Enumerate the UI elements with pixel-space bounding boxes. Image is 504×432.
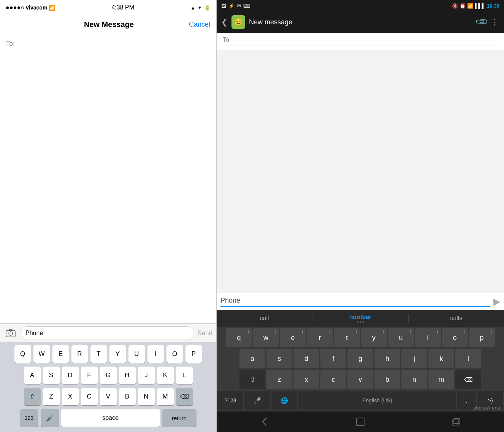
ios-dot-5 xyxy=(21,6,24,9)
key-q[interactable]: Q xyxy=(14,345,31,363)
android-key-c[interactable]: c xyxy=(320,370,346,389)
key-u[interactable]: U xyxy=(128,345,145,363)
android-attach-button[interactable]: 📎 xyxy=(475,15,489,29)
key-h[interactable]: H xyxy=(119,367,136,384)
android-key-e[interactable]: 3e xyxy=(280,328,306,347)
key-v[interactable]: V xyxy=(100,388,117,405)
android-key-n[interactable]: n xyxy=(401,370,427,389)
android-key-f[interactable]: f xyxy=(320,349,346,368)
android-status-bar: 🖼 ⚡ ✉ ⌨ 🔇 ⏰ 📶 ▌▌▌ 19:39 xyxy=(217,0,504,11)
android-nav-home[interactable] xyxy=(349,414,372,429)
svg-rect-2 xyxy=(9,329,12,331)
ios-space-key[interactable]: space xyxy=(61,409,160,427)
key-k[interactable]: K xyxy=(157,367,174,384)
key-m[interactable]: M xyxy=(157,388,174,405)
key-s[interactable]: S xyxy=(43,367,60,384)
key-d[interactable]: D xyxy=(62,367,79,384)
key-o[interactable]: O xyxy=(166,345,183,363)
android-key-row-1: 1q 2w 3e 4r 5t 6y 7u 8i 9o 0p xyxy=(217,328,503,347)
ios-key-row-3: ⇧ Z X C V B N M ⌫ xyxy=(2,388,215,405)
android-nav-recents[interactable] xyxy=(445,414,468,429)
key-b[interactable]: B xyxy=(119,388,136,405)
android-key-m[interactable]: m xyxy=(428,370,454,389)
android-globe-key[interactable]: 🌐 xyxy=(271,391,297,410)
key-n[interactable]: N xyxy=(138,388,155,405)
key-l[interactable]: L xyxy=(176,367,193,384)
android-send-button[interactable]: ▶ xyxy=(493,296,500,307)
android-kbd-icon: ⌨ xyxy=(243,3,250,9)
android-key-row-bottom: ?123 🎤 🌐 English (US) . :-) xyxy=(217,391,503,410)
android-key-y[interactable]: 6y xyxy=(361,328,387,347)
android-key-l[interactable]: l xyxy=(455,349,481,368)
android-key-p[interactable]: 0p xyxy=(469,328,495,347)
ios-camera-button[interactable] xyxy=(4,326,17,340)
android-batt-icon: 19:39 xyxy=(487,3,499,9)
key-z[interactable]: Z xyxy=(43,388,60,405)
android-key-r[interactable]: 4r xyxy=(307,328,333,347)
key-y[interactable]: Y xyxy=(109,345,126,363)
ios-message-input[interactable] xyxy=(21,326,194,340)
key-t[interactable]: T xyxy=(90,345,107,363)
android-key-w[interactable]: 2w xyxy=(253,328,279,347)
android-autocomplete-number[interactable]: number xyxy=(312,314,408,323)
svg-rect-4 xyxy=(454,418,460,424)
android-keyboard: 1q 2w 3e 4r 5t 6y 7u 8i 9o 0p a s d f g … xyxy=(217,327,504,411)
android-key-s[interactable]: s xyxy=(266,349,292,368)
key-c[interactable]: C xyxy=(81,388,98,405)
ios-shift-key[interactable]: ⇧ xyxy=(24,388,41,405)
android-space-key[interactable]: English (US) xyxy=(298,391,456,410)
ios-status-bar: Vivacom 📶 4:38 PM ▲ ✦ 🔋 xyxy=(0,0,216,15)
android-key-d[interactable]: d xyxy=(293,349,319,368)
android-key-q[interactable]: 1q xyxy=(226,328,252,347)
ios-nav-title: New Message xyxy=(84,20,134,29)
key-i[interactable]: I xyxy=(147,345,164,363)
android-autocomplete-calls[interactable]: calls xyxy=(409,315,504,322)
ios-mic-key[interactable]: 🎤 xyxy=(41,409,59,427)
key-e[interactable]: E xyxy=(52,345,69,363)
android-key-k[interactable]: k xyxy=(428,349,454,368)
android-key-o[interactable]: 9o xyxy=(442,328,468,347)
android-mail-icon: ✉ xyxy=(237,3,241,9)
android-key-j[interactable]: j xyxy=(401,349,427,368)
key-g[interactable]: G xyxy=(100,367,117,384)
key-j[interactable]: J xyxy=(138,367,155,384)
key-a[interactable]: A xyxy=(24,367,41,384)
android-app-icon-emoji: 😊 xyxy=(234,18,242,26)
ios-to-input[interactable] xyxy=(18,40,210,48)
key-r[interactable]: R xyxy=(71,345,88,363)
android-key-i[interactable]: 8i xyxy=(415,328,441,347)
ios-status-right: ▲ ✦ 🔋 xyxy=(190,5,210,11)
android-delete-key[interactable]: ⌫ xyxy=(455,370,481,389)
svg-rect-5 xyxy=(452,420,458,425)
android-key-v[interactable]: v xyxy=(347,370,373,389)
key-f[interactable]: F xyxy=(81,367,98,384)
ios-send-button[interactable]: Send xyxy=(197,329,212,337)
ios-key-row-1: Q W E R T Y U I O P xyxy=(2,345,215,363)
key-p[interactable]: P xyxy=(185,345,202,363)
android-key-x[interactable]: x xyxy=(293,370,319,389)
android-key-g[interactable]: g xyxy=(347,349,373,368)
android-key-z[interactable]: z xyxy=(266,370,292,389)
key-x[interactable]: X xyxy=(62,388,79,405)
android-overflow-button[interactable]: ⋮ xyxy=(491,17,499,27)
android-key-h[interactable]: h xyxy=(374,349,400,368)
android-key-b[interactable]: b xyxy=(374,370,400,389)
ios-delete-key[interactable]: ⌫ xyxy=(176,388,193,405)
ios-cancel-button[interactable]: Cancel xyxy=(189,21,210,29)
ios-num-key[interactable]: 123 xyxy=(20,409,38,427)
key-w[interactable]: W xyxy=(33,345,50,363)
android-sym-key[interactable]: ?123 xyxy=(217,391,243,410)
ios-time: 4:38 PM xyxy=(111,4,134,11)
ios-battery-icon: 🔋 xyxy=(204,5,210,11)
android-nav-back[interactable] xyxy=(253,414,276,429)
android-mic-key[interactable]: 🎤 xyxy=(244,391,270,410)
android-autocomplete-call[interactable]: call xyxy=(217,315,312,322)
ios-wifi-icon: 📶 xyxy=(49,5,55,11)
android-shift-key[interactable]: ⇧ xyxy=(239,370,265,389)
android-key-t[interactable]: 5t xyxy=(334,328,360,347)
ios-to-label: To: xyxy=(6,40,15,48)
android-back-button[interactable]: ❮ xyxy=(221,17,228,27)
ios-return-key[interactable]: return xyxy=(162,409,197,427)
android-key-u[interactable]: 7u xyxy=(388,328,414,347)
android-key-a[interactable]: a xyxy=(239,349,265,368)
